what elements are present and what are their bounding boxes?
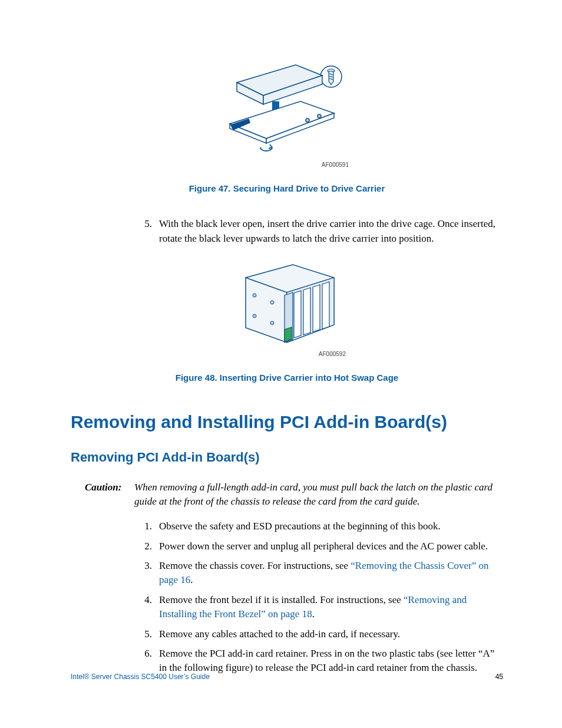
step-text: Power down the server and unplug all per… [159,539,503,554]
caution-label: Caution: [85,480,134,509]
figure-47-code: AF000591 [225,162,349,168]
instruction-step-5: 5. With the black lever open, insert the… [71,217,503,246]
svg-point-9 [270,301,274,304]
caution-text: When removing a full-length add-in card,… [134,480,503,509]
step-number: 1. [141,519,159,533]
svg-point-5 [306,118,309,122]
figure-48-caption: Figure 48. Inserting Drive Carrier into … [71,373,503,383]
list-step-3: 3. Remove the chassis cover. For instruc… [71,559,503,587]
list-step-4: 4. Remove the front bezel if it is insta… [71,593,503,621]
figure-48: AF000592 Figure 48. Inserting Drive Carr… [71,260,503,383]
page-number: 45 [495,673,503,681]
list-step-5: 5. Remove any cables attached to the add… [71,627,503,641]
step-number: 2. [141,539,159,554]
step-text: Observe the safety and ESD precautions a… [159,519,503,533]
step-number: 3. [141,559,159,587]
figure-47: AF000591 Figure 47. Securing Hard Drive … [71,59,503,193]
step-text: Remove any cables attached to the add-in… [159,627,503,641]
list-step-2: 2. Power down the server and unplug all … [71,539,503,554]
svg-point-10 [270,321,274,325]
svg-point-7 [253,294,256,297]
section-heading-removing-installing-pci: Removing and Installing PCI Add-in Board… [71,412,503,432]
figure-47-image: AF000591 [225,59,349,168]
step-text: Remove the PCI add-in card retainer. Pre… [159,647,503,675]
svg-point-6 [318,114,321,118]
text-pre: Remove the front bezel if it is installe… [159,594,404,605]
caution-block: Caution: When removing a full-length add… [71,480,503,509]
step-number: 5. [141,217,159,246]
step-text: Remove the chassis cover. For instructio… [159,559,503,587]
figure-48-image: AF000592 [228,260,346,357]
step-number: 4. [141,593,159,621]
svg-point-8 [253,314,256,318]
step-text: With the black lever open, insert the dr… [159,217,503,246]
list-step-6: 6. Remove the PCI add-in card retainer. … [71,647,503,675]
step-text: Remove the front bezel if it is installe… [159,593,503,621]
list-step-1: 1. Observe the safety and ESD precaution… [71,519,503,533]
figure-48-code: AF000592 [228,351,346,357]
step-number: 5. [141,627,159,641]
footer-title: Intel® Server Chassis SC5400 User’s Guid… [71,673,210,681]
step-number: 6. [141,647,159,675]
text-post: . [190,574,193,585]
text-pre: Remove the chassis cover. For instructio… [159,560,351,571]
text-post: . [312,608,315,620]
subsection-heading-removing-pci: Removing PCI Add-in Board(s) [71,450,503,465]
page-footer: Intel® Server Chassis SC5400 User’s Guid… [71,673,503,681]
figure-47-caption: Figure 47. Securing Hard Drive to Drive … [71,183,503,193]
